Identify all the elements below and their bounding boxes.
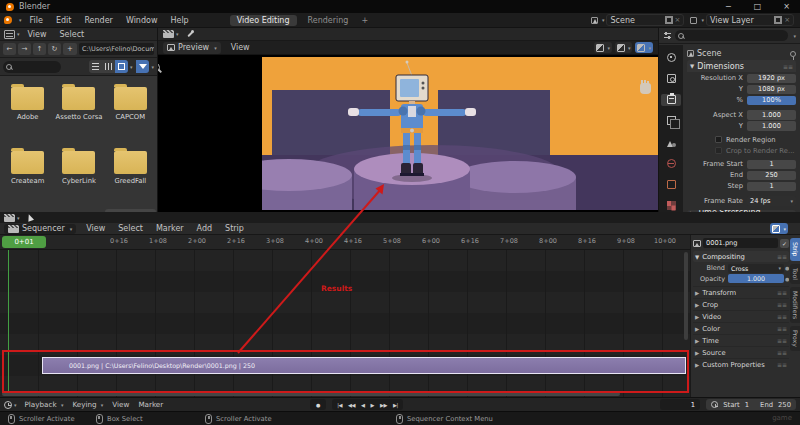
view-layer-tab[interactable] [661, 115, 681, 127]
new-scene-icon[interactable] [666, 17, 672, 23]
sequencer-editor-icon[interactable] [4, 214, 15, 222]
workspace-tab-video-editing[interactable]: Video Editing [230, 15, 297, 26]
timeline-menu-keying[interactable]: Keying ▾ [72, 400, 103, 409]
close-button[interactable]: × [783, 2, 790, 11]
object-tab[interactable] [661, 179, 681, 191]
end-frame-field[interactable]: 250 [778, 401, 791, 409]
pin-icon[interactable] [790, 51, 796, 57]
folder-item-cyberlink[interactable]: CyberLink [53, 145, 104, 209]
folder-item-assetto-corsa[interactable]: Assetto Corsa [53, 81, 104, 145]
output-properties-tab[interactable] [661, 94, 681, 106]
property-y-field[interactable]: 1.000 [747, 121, 796, 131]
current-frame-field[interactable]: 1 [660, 399, 700, 410]
new-view-layer-icon[interactable] [775, 17, 781, 23]
image-strip[interactable]: 0001.png | C:\Users\Felino\Desktop\Rende… [42, 357, 686, 374]
folder-item-createam[interactable]: Createam [2, 145, 53, 209]
file-browser-menu-view[interactable]: View [28, 30, 47, 39]
sequencer-view-type-dropdown[interactable]: Sequencer ▾ [4, 224, 76, 234]
property-aspect-x-field[interactable]: 1.000 [747, 110, 796, 120]
menu-help[interactable]: Help [170, 16, 188, 25]
menu-file[interactable]: File [30, 16, 43, 25]
strip-name-field[interactable]: 0001.png [703, 238, 778, 248]
checkbox-crop-to-render-re-[interactable] [715, 147, 722, 154]
path-field[interactable]: C:\Users\Felino\Docume... [79, 43, 154, 55]
sequencer-menu-select[interactable]: Select [118, 224, 143, 233]
sidebar-tab-modifiers[interactable]: Modifiers [790, 287, 800, 323]
keyframe-dot-icon[interactable]: ● [785, 265, 789, 271]
new-folder-icon[interactable]: + [63, 43, 77, 55]
panel-time[interactable]: ▶Time≡≡ [693, 334, 789, 346]
timeline-menu-view[interactable]: View [112, 400, 129, 409]
sequencer-menu-view[interactable]: View [86, 224, 105, 233]
file-browser-editor-icon[interactable] [4, 30, 15, 39]
timeline-menu-marker[interactable]: Marker [138, 400, 163, 409]
file-search-input[interactable] [3, 61, 61, 73]
world-tab[interactable] [661, 157, 681, 169]
property-frame-start-field[interactable]: 1 [747, 160, 796, 170]
preview-mode-dropdown[interactable]: Preview ▾ [163, 42, 221, 54]
display-list-horizontal-button[interactable] [102, 60, 115, 73]
display-channels-button[interactable]: ▾ [594, 42, 612, 53]
horizontal-scrollbar[interactable] [2, 392, 620, 396]
checkbox-render-region[interactable] [715, 136, 722, 143]
panel-color[interactable]: ▶Color≡≡ [693, 322, 789, 334]
panel-source[interactable]: ▶Source≡≡ [693, 346, 789, 358]
properties-editor-icon[interactable] [663, 31, 672, 40]
forward-arrow-icon[interactable]: → [18, 43, 31, 55]
strip-toggle-checkbox[interactable]: ✓ [780, 239, 789, 248]
texture-tab[interactable] [661, 200, 681, 212]
auto-keying-record-button[interactable]: ● [310, 399, 326, 410]
back-arrow-icon[interactable]: ← [3, 43, 16, 55]
sequencer-menu-add[interactable]: Add [197, 224, 213, 233]
property-frame-rate-field[interactable]: 24 fps▾ [747, 196, 796, 206]
refresh-icon[interactable]: ↻ [48, 43, 61, 55]
overlay-button[interactable]: ▾ [615, 42, 633, 53]
display-list-vertical-button[interactable] [89, 60, 102, 73]
preview-canvas[interactable] [158, 55, 658, 212]
jump-to-end-button[interactable]: ▶| [390, 402, 401, 408]
view-layer-selector[interactable]: ▾ View Layer × [690, 14, 794, 26]
scene-selector[interactable]: ▾ Scene × [591, 14, 685, 26]
shading-button[interactable]: ▾ [635, 42, 653, 53]
minimize-button[interactable]: − [725, 2, 732, 11]
menu-window[interactable]: Window [126, 16, 158, 25]
sequencer-timeline-area[interactable]: 0001.png | C:\Users\Felino\Desktop\Rende… [0, 250, 690, 397]
render-properties-tab[interactable] [661, 72, 681, 84]
preview-menu-view[interactable]: View [231, 43, 250, 52]
compositing-panel-header[interactable]: ▼ Compositing ≡≡ [693, 251, 789, 262]
dimensions-panel-header[interactable]: ▼ Dimensions ≡≡ [687, 60, 796, 72]
menu-edit[interactable]: Edit [56, 16, 72, 25]
vertical-scrollbar[interactable] [684, 252, 688, 340]
delete-scene-icon[interactable]: × [675, 16, 681, 24]
folder-item-greedfall[interactable]: GreedFall [105, 145, 156, 209]
opacity-slider[interactable]: 1.000 [728, 274, 784, 283]
sequencer-editor-icon[interactable] [163, 30, 174, 38]
blend-dropdown[interactable]: Cross▾ [728, 264, 784, 273]
play-reverse-button[interactable]: ◀ [358, 402, 368, 408]
scene-tab[interactable] [661, 136, 681, 148]
previous-keyframe-button[interactable]: ◀◀ [345, 402, 358, 408]
menu-render[interactable]: Render [84, 16, 112, 25]
panel-video[interactable]: ▶Video≡≡ [693, 310, 789, 322]
keyframe-dot-icon[interactable]: ● [785, 276, 789, 282]
sequencer-ruler[interactable]: 0+01 0+161+082+002+163+084+004+165+086+0… [0, 235, 690, 250]
play-button[interactable]: ▶ [367, 402, 377, 408]
property-y-field[interactable]: 1080 px [747, 85, 796, 95]
folder-item-adobe[interactable]: Adobe [2, 81, 53, 145]
filter-button[interactable] [136, 60, 149, 73]
playhead[interactable] [8, 250, 9, 392]
property---field[interactable]: 100% [747, 96, 796, 106]
add-workspace-button[interactable]: + [361, 16, 368, 25]
panel-options-icon[interactable]: ≡≡ [783, 63, 793, 70]
workspace-tab-rendering[interactable]: Rendering [301, 15, 356, 26]
panel-crop[interactable]: ▶Crop≡≡ [693, 298, 789, 310]
panel-custom-properties[interactable]: ▶Custom Properties≡≡ [693, 358, 789, 370]
maximize-button[interactable]: □ [754, 2, 762, 11]
sidebar-tab-proxy[interactable]: Proxy [790, 326, 800, 351]
eyedropper-tool-icon[interactable] [185, 29, 195, 39]
sidebar-tab-strip[interactable]: Strip [790, 238, 800, 261]
file-browser-menu-select[interactable]: Select [60, 30, 85, 39]
timeline-menu-playback[interactable]: Playback ▾ [25, 400, 64, 409]
properties-search-input[interactable] [675, 30, 788, 41]
up-arrow-icon[interactable]: ↑ [33, 43, 46, 55]
